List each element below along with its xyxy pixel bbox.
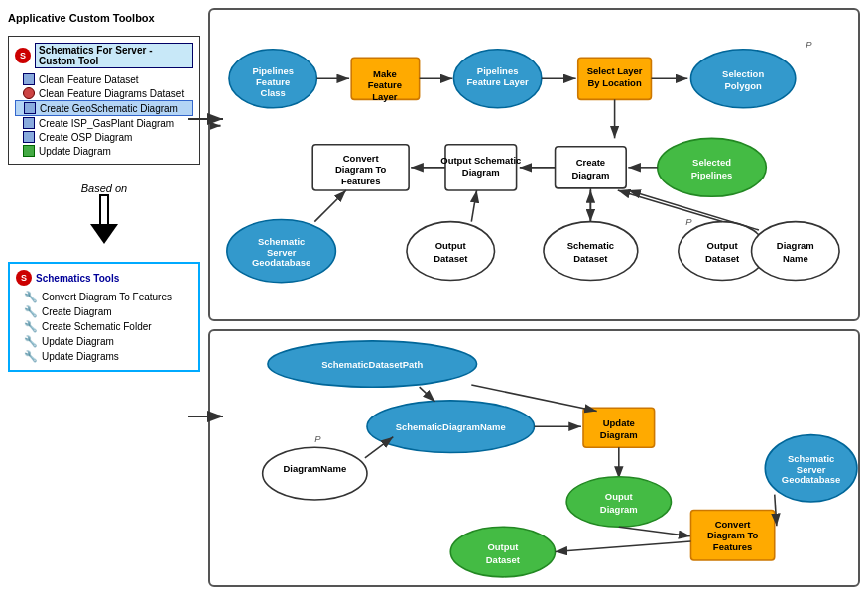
svg-line-71 bbox=[556, 541, 691, 552]
svg-text:Features: Features bbox=[713, 541, 752, 552]
std-toolbox-label: Schematics Tools bbox=[36, 273, 119, 284]
bottom-diagram-box: SchematicDatasetPath SchematicDiagramNam… bbox=[208, 329, 860, 587]
custom-toolbox-label: Schematics For Server - Custom Tool bbox=[35, 43, 193, 68]
toolbox-item-isp[interactable]: Create ISP_GasPlant Diagram bbox=[15, 116, 193, 130]
svg-text:Convert: Convert bbox=[343, 153, 380, 164]
std-item-create[interactable]: 🔧 Create Diagram bbox=[16, 304, 192, 319]
toolbox-item-clean-diagrams[interactable]: Clean Feature Diagrams Dataset bbox=[15, 86, 193, 100]
svg-text:Diagram: Diagram bbox=[777, 240, 814, 251]
svg-text:Dataset: Dataset bbox=[573, 253, 608, 264]
top-diagram-svg: Pipelines Feature Class Make Feature Lay… bbox=[210, 10, 858, 319]
svg-text:Ouput: Ouput bbox=[605, 492, 634, 503]
svg-text:Make: Make bbox=[373, 68, 397, 79]
svg-text:Schematic: Schematic bbox=[567, 240, 614, 251]
left-panel: Applicative Custom Toolbox S Schematics … bbox=[0, 0, 208, 595]
svg-text:Diagram: Diagram bbox=[600, 504, 638, 515]
blue-icon bbox=[23, 73, 35, 85]
std-toolbox-icon: S bbox=[16, 270, 32, 286]
svg-text:Server: Server bbox=[267, 247, 297, 258]
svg-text:Pipelines: Pipelines bbox=[691, 170, 733, 180]
svg-text:Diagram To: Diagram To bbox=[335, 164, 387, 175]
svg-text:Diagram To: Diagram To bbox=[707, 531, 759, 541]
svg-text:Schematic: Schematic bbox=[258, 236, 305, 247]
svg-text:DiagramName: DiagramName bbox=[283, 463, 346, 474]
std-item-update[interactable]: 🔧 Update Diagram bbox=[16, 334, 192, 349]
toolbox-item-clean-feature[interactable]: Clean Feature Dataset bbox=[15, 72, 193, 86]
svg-text:Dataset: Dataset bbox=[434, 253, 468, 264]
wrench-icon-2: 🔧 bbox=[24, 305, 38, 318]
svg-text:Schematic: Schematic bbox=[788, 454, 834, 465]
svg-text:Update: Update bbox=[603, 417, 635, 428]
svg-text:Output: Output bbox=[435, 240, 467, 251]
svg-text:SchematicDiagramName: SchematicDiagramName bbox=[396, 421, 506, 432]
top-diagram-box: Pipelines Feature Class Make Feature Lay… bbox=[208, 8, 860, 321]
svg-text:By Location: By Location bbox=[588, 77, 642, 88]
svg-text:Convert: Convert bbox=[715, 519, 752, 530]
toolbox-item-update[interactable]: Update Diagram bbox=[15, 144, 193, 158]
svg-text:Pipelines: Pipelines bbox=[477, 65, 519, 76]
svg-line-34 bbox=[314, 190, 346, 222]
svg-text:Polygon: Polygon bbox=[724, 80, 762, 91]
svg-text:Selection: Selection bbox=[722, 68, 764, 79]
arrow-shaft bbox=[99, 194, 109, 224]
arrow-head bbox=[90, 224, 118, 244]
main-container: Applicative Custom Toolbox S Schematics … bbox=[0, 0, 868, 595]
svg-text:Diagram: Diagram bbox=[600, 430, 638, 441]
wrench-icon-4: 🔧 bbox=[24, 335, 38, 348]
svg-text:Create: Create bbox=[576, 157, 605, 168]
svg-text:Diagram: Diagram bbox=[571, 170, 609, 180]
p-label-top: P bbox=[806, 39, 812, 50]
p-label-bottom: P bbox=[685, 216, 692, 227]
svg-text:Feature: Feature bbox=[256, 76, 290, 87]
svg-text:Output: Output bbox=[487, 541, 519, 552]
svg-text:Class: Class bbox=[261, 87, 286, 98]
svg-text:Server: Server bbox=[797, 464, 826, 475]
wrench-icon-1: 🔧 bbox=[24, 291, 38, 303]
svg-text:Name: Name bbox=[783, 253, 808, 264]
svg-text:Dataset: Dataset bbox=[486, 554, 521, 565]
svg-line-37 bbox=[471, 190, 476, 222]
std-item-folder[interactable]: 🔧 Create Schematic Folder bbox=[16, 319, 192, 334]
svg-text:Geodatabase: Geodatabase bbox=[252, 257, 310, 268]
svg-text:Select Layer: Select Layer bbox=[587, 65, 643, 76]
big-arrow bbox=[90, 194, 118, 244]
p-label-bottom2: P bbox=[314, 433, 321, 444]
applicative-title: Applicative Custom Toolbox bbox=[8, 10, 200, 26]
svg-text:Output Schematic: Output Schematic bbox=[440, 155, 521, 166]
std-toolbox-header: S Schematics Tools bbox=[16, 270, 192, 286]
wrench-icon-5: 🔧 bbox=[24, 350, 38, 363]
red-icon bbox=[23, 87, 35, 99]
svg-text:Dataset: Dataset bbox=[705, 253, 740, 264]
std-item-update-diagrams[interactable]: 🔧 Update Diagrams bbox=[16, 349, 192, 364]
svg-line-45 bbox=[628, 190, 759, 230]
wrench-icon-3: 🔧 bbox=[24, 320, 38, 333]
pipelines-fc-label: Pipelines bbox=[252, 65, 294, 76]
green-icon bbox=[23, 145, 35, 157]
svg-text:Output: Output bbox=[707, 240, 739, 251]
custom-toolbox-header: S Schematics For Server - Custom Tool bbox=[15, 43, 193, 68]
svg-text:Layer: Layer bbox=[372, 91, 398, 102]
custom-toolbox-icon: S bbox=[15, 48, 31, 63]
svg-text:Feature: Feature bbox=[368, 79, 402, 90]
svg-line-54 bbox=[420, 388, 435, 403]
svg-text:Feature Layer: Feature Layer bbox=[467, 76, 529, 87]
svg-text:Features: Features bbox=[341, 176, 380, 186]
bottom-diagram-svg: SchematicDatasetPath SchematicDiagramNam… bbox=[210, 331, 858, 585]
based-on-section: Based on bbox=[8, 175, 200, 252]
based-on-label: Based on bbox=[81, 182, 127, 194]
svg-text:Diagram: Diagram bbox=[462, 167, 500, 178]
svg-line-61 bbox=[619, 528, 691, 536]
toolbox-item-osp[interactable]: Create OSP Diagram bbox=[15, 130, 193, 144]
custom-toolbox-section: S Schematics For Server - Custom Tool Cl… bbox=[8, 36, 200, 165]
right-panel: Pipelines Feature Class Make Feature Lay… bbox=[208, 0, 868, 595]
blue-icon-4 bbox=[23, 131, 35, 143]
std-item-convert[interactable]: 🔧 Convert Diagram To Features bbox=[16, 290, 192, 304]
blue-icon-2 bbox=[24, 102, 36, 114]
svg-text:SchematicDatasetPath: SchematicDatasetPath bbox=[321, 359, 423, 370]
svg-text:Selected: Selected bbox=[692, 157, 731, 168]
toolbox-item-geo-diagram[interactable]: Create GeoSchematic Diagram bbox=[15, 100, 193, 116]
standard-toolbox-section: S Schematics Tools 🔧 Convert Diagram To … bbox=[8, 262, 200, 372]
blue-icon-3 bbox=[23, 117, 35, 129]
svg-text:Geodatabase: Geodatabase bbox=[782, 475, 840, 486]
